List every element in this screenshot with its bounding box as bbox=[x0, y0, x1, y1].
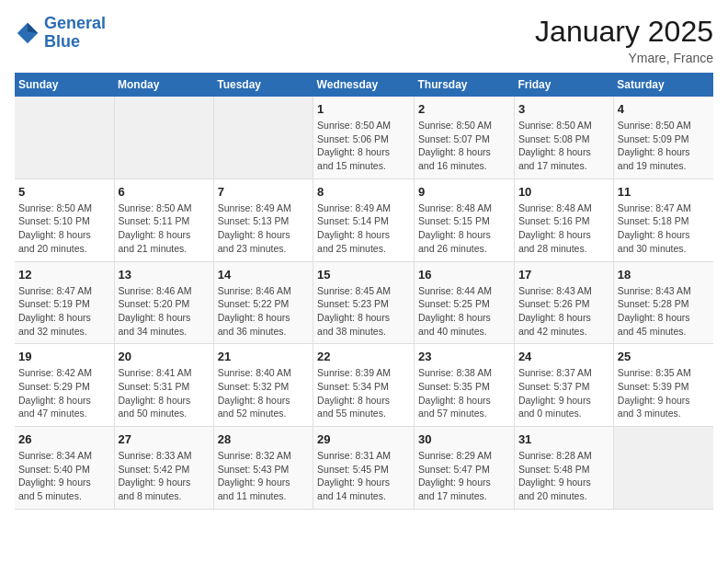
calendar-cell: 21Sunrise: 8:40 AM Sunset: 5:32 PM Dayli… bbox=[213, 344, 313, 427]
day-number: 25 bbox=[618, 350, 710, 363]
day-number: 7 bbox=[218, 185, 309, 199]
day-number: 3 bbox=[518, 102, 609, 116]
calendar-cell: 14Sunrise: 8:46 AM Sunset: 5:22 PM Dayli… bbox=[213, 261, 313, 344]
day-info: Sunrise: 8:43 AM Sunset: 5:28 PM Dayligh… bbox=[618, 284, 710, 339]
day-number: 14 bbox=[218, 268, 309, 282]
day-info: Sunrise: 8:49 AM Sunset: 5:13 PM Dayligh… bbox=[218, 201, 309, 256]
day-number: 15 bbox=[317, 268, 410, 282]
day-info: Sunrise: 8:50 AM Sunset: 5:06 PM Dayligh… bbox=[317, 119, 410, 173]
day-info: Sunrise: 8:48 AM Sunset: 5:16 PM Dayligh… bbox=[518, 201, 609, 256]
calendar-cell: 1Sunrise: 8:50 AM Sunset: 5:06 PM Daylig… bbox=[313, 97, 415, 178]
day-info: Sunrise: 8:43 AM Sunset: 5:26 PM Dayligh… bbox=[518, 284, 609, 339]
day-number: 20 bbox=[119, 350, 210, 363]
day-number: 2 bbox=[418, 102, 510, 116]
calendar-cell bbox=[213, 97, 313, 178]
calendar-cell: 30Sunrise: 8:29 AM Sunset: 5:47 PM Dayli… bbox=[415, 427, 515, 510]
day-number: 6 bbox=[119, 185, 210, 199]
day-info: Sunrise: 8:29 AM Sunset: 5:47 PM Dayligh… bbox=[418, 449, 510, 503]
weekday-header-row: SundayMondayTuesdayWednesdayThursdayFrid… bbox=[15, 73, 713, 97]
calendar-cell: 11Sunrise: 8:47 AM Sunset: 5:18 PM Dayli… bbox=[613, 178, 713, 261]
weekday-header-wednesday: Wednesday bbox=[313, 73, 415, 97]
day-number: 9 bbox=[418, 185, 510, 199]
calendar-cell: 15Sunrise: 8:45 AM Sunset: 5:23 PM Dayli… bbox=[313, 261, 415, 344]
day-info: Sunrise: 8:28 AM Sunset: 5:48 PM Dayligh… bbox=[518, 449, 609, 503]
day-info: Sunrise: 8:46 AM Sunset: 5:20 PM Dayligh… bbox=[119, 284, 210, 339]
day-number: 4 bbox=[618, 102, 710, 116]
day-number: 24 bbox=[518, 350, 609, 363]
calendar-cell: 18Sunrise: 8:43 AM Sunset: 5:28 PM Dayli… bbox=[613, 261, 713, 344]
calendar-cell: 8Sunrise: 8:49 AM Sunset: 5:14 PM Daylig… bbox=[313, 178, 415, 261]
location: Ymare, France bbox=[535, 51, 713, 65]
calendar-cell bbox=[15, 97, 114, 178]
week-row-4: 19Sunrise: 8:42 AM Sunset: 5:29 PM Dayli… bbox=[15, 344, 713, 427]
title-block: January 2025 Ymare, France bbox=[535, 15, 713, 65]
calendar-cell: 10Sunrise: 8:48 AM Sunset: 5:16 PM Dayli… bbox=[514, 178, 613, 261]
day-number: 11 bbox=[618, 185, 710, 199]
day-info: Sunrise: 8:44 AM Sunset: 5:25 PM Dayligh… bbox=[418, 284, 510, 339]
svg-marker-1 bbox=[28, 23, 38, 33]
day-number: 19 bbox=[18, 350, 110, 363]
calendar-cell: 29Sunrise: 8:31 AM Sunset: 5:45 PM Dayli… bbox=[313, 427, 415, 510]
day-info: Sunrise: 8:41 AM Sunset: 5:31 PM Dayligh… bbox=[119, 366, 210, 420]
day-info: Sunrise: 8:31 AM Sunset: 5:45 PM Dayligh… bbox=[317, 449, 410, 503]
calendar-cell: 26Sunrise: 8:34 AM Sunset: 5:40 PM Dayli… bbox=[15, 427, 114, 510]
day-number: 29 bbox=[317, 432, 410, 446]
day-info: Sunrise: 8:45 AM Sunset: 5:23 PM Dayligh… bbox=[317, 284, 410, 339]
calendar-cell: 12Sunrise: 8:47 AM Sunset: 5:19 PM Dayli… bbox=[15, 261, 114, 344]
day-number: 21 bbox=[218, 350, 309, 363]
calendar-cell: 25Sunrise: 8:35 AM Sunset: 5:39 PM Dayli… bbox=[613, 344, 713, 427]
day-info: Sunrise: 8:48 AM Sunset: 5:15 PM Dayligh… bbox=[418, 201, 510, 256]
day-number: 5 bbox=[18, 185, 110, 199]
calendar-cell bbox=[613, 427, 713, 510]
month-title: January 2025 bbox=[535, 15, 713, 49]
day-info: Sunrise: 8:42 AM Sunset: 5:29 PM Dayligh… bbox=[18, 366, 110, 420]
day-info: Sunrise: 8:35 AM Sunset: 5:39 PM Dayligh… bbox=[618, 366, 710, 420]
day-number: 10 bbox=[518, 185, 609, 199]
day-info: Sunrise: 8:47 AM Sunset: 5:18 PM Dayligh… bbox=[618, 201, 710, 256]
day-info: Sunrise: 8:37 AM Sunset: 5:37 PM Dayligh… bbox=[518, 366, 609, 420]
day-number: 17 bbox=[518, 268, 609, 282]
day-number: 31 bbox=[518, 432, 609, 446]
day-number: 18 bbox=[618, 268, 710, 282]
weekday-header-saturday: Saturday bbox=[613, 73, 713, 97]
day-info: Sunrise: 8:50 AM Sunset: 5:10 PM Dayligh… bbox=[18, 201, 110, 256]
day-info: Sunrise: 8:50 AM Sunset: 5:09 PM Dayligh… bbox=[618, 119, 710, 173]
calendar-cell: 28Sunrise: 8:32 AM Sunset: 5:43 PM Dayli… bbox=[213, 427, 313, 510]
day-number: 13 bbox=[119, 268, 210, 282]
weekday-header-sunday: Sunday bbox=[15, 73, 114, 97]
day-info: Sunrise: 8:39 AM Sunset: 5:34 PM Dayligh… bbox=[317, 366, 410, 420]
calendar-cell: 5Sunrise: 8:50 AM Sunset: 5:10 PM Daylig… bbox=[15, 178, 114, 261]
logo-icon bbox=[15, 20, 40, 46]
day-info: Sunrise: 8:34 AM Sunset: 5:40 PM Dayligh… bbox=[18, 449, 110, 503]
calendar-cell bbox=[114, 97, 213, 178]
day-info: Sunrise: 8:50 AM Sunset: 5:07 PM Dayligh… bbox=[418, 119, 510, 173]
day-number: 23 bbox=[418, 350, 510, 363]
week-row-3: 12Sunrise: 8:47 AM Sunset: 5:19 PM Dayli… bbox=[15, 261, 713, 344]
day-number: 28 bbox=[218, 432, 309, 446]
calendar-cell: 23Sunrise: 8:38 AM Sunset: 5:35 PM Dayli… bbox=[415, 344, 515, 427]
weekday-header-thursday: Thursday bbox=[415, 73, 515, 97]
day-number: 26 bbox=[18, 432, 110, 446]
day-number: 8 bbox=[317, 185, 410, 199]
day-info: Sunrise: 8:50 AM Sunset: 5:08 PM Dayligh… bbox=[518, 119, 609, 173]
day-info: Sunrise: 8:46 AM Sunset: 5:22 PM Dayligh… bbox=[218, 284, 309, 339]
calendar-cell: 16Sunrise: 8:44 AM Sunset: 5:25 PM Dayli… bbox=[415, 261, 515, 344]
week-row-2: 5Sunrise: 8:50 AM Sunset: 5:10 PM Daylig… bbox=[15, 178, 713, 261]
day-info: Sunrise: 8:38 AM Sunset: 5:35 PM Dayligh… bbox=[418, 366, 510, 420]
day-info: Sunrise: 8:50 AM Sunset: 5:11 PM Dayligh… bbox=[119, 201, 210, 256]
calendar-cell: 13Sunrise: 8:46 AM Sunset: 5:20 PM Dayli… bbox=[114, 261, 213, 344]
calendar-cell: 20Sunrise: 8:41 AM Sunset: 5:31 PM Dayli… bbox=[114, 344, 213, 427]
calendar-cell: 19Sunrise: 8:42 AM Sunset: 5:29 PM Dayli… bbox=[15, 344, 114, 427]
calendar-cell: 22Sunrise: 8:39 AM Sunset: 5:34 PM Dayli… bbox=[313, 344, 415, 427]
day-info: Sunrise: 8:40 AM Sunset: 5:32 PM Dayligh… bbox=[218, 366, 309, 420]
calendar-cell: 7Sunrise: 8:49 AM Sunset: 5:13 PM Daylig… bbox=[213, 178, 313, 261]
weekday-header-tuesday: Tuesday bbox=[213, 73, 313, 97]
day-number: 27 bbox=[119, 432, 210, 446]
week-row-1: 1Sunrise: 8:50 AM Sunset: 5:06 PM Daylig… bbox=[15, 97, 713, 178]
calendar-cell: 27Sunrise: 8:33 AM Sunset: 5:42 PM Dayli… bbox=[114, 427, 213, 510]
day-info: Sunrise: 8:33 AM Sunset: 5:42 PM Dayligh… bbox=[119, 449, 210, 503]
week-row-5: 26Sunrise: 8:34 AM Sunset: 5:40 PM Dayli… bbox=[15, 427, 713, 510]
logo: General Blue bbox=[15, 15, 106, 52]
calendar-cell: 31Sunrise: 8:28 AM Sunset: 5:48 PM Dayli… bbox=[514, 427, 613, 510]
calendar-cell: 17Sunrise: 8:43 AM Sunset: 5:26 PM Dayli… bbox=[514, 261, 613, 344]
